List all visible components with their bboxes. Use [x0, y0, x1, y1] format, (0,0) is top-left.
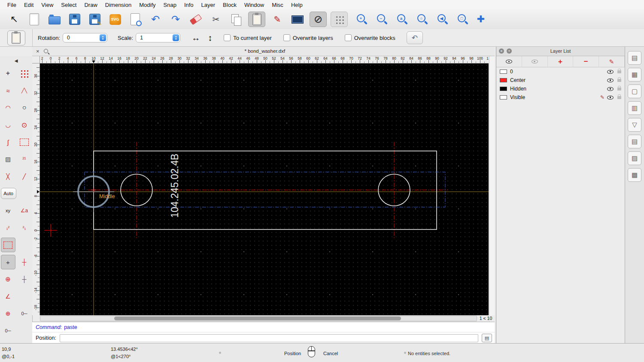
- cut-icon[interactable]: ✂: [208, 12, 224, 27]
- draw-circle-tool[interactable]: ○: [17, 100, 32, 115]
- menu-item-snap[interactable]: Snap: [160, 2, 180, 8]
- modify-stretch-tool[interactable]: ╱: [17, 169, 32, 184]
- stepper-icon[interactable]: [100, 34, 106, 41]
- edit-layer-button[interactable]: ✎: [599, 56, 625, 67]
- horizontal-scrollbar[interactable]: [40, 316, 477, 321]
- save-file-icon[interactable]: [67, 12, 83, 27]
- menu-item-modify[interactable]: Modify: [135, 2, 159, 8]
- properties-dock-icon[interactable]: ▤: [628, 51, 641, 65]
- draw-polyline-tool[interactable]: ╱╲: [17, 83, 32, 98]
- select-area-tool[interactable]: [17, 135, 32, 149]
- layer-row-center[interactable]: Center: [496, 76, 625, 84]
- export-svg-icon[interactable]: SVG: [107, 12, 123, 27]
- snap-middle-tool[interactable]: [1, 238, 15, 252]
- zoom-auto-icon[interactable]: a: [392, 12, 408, 27]
- draw-arc-tangent-tool[interactable]: ◡: [1, 118, 15, 132]
- zoom-redraw-icon[interactable]: ○: [412, 12, 428, 27]
- snap-distance-tool[interactable]: ⊕: [1, 306, 15, 321]
- draw-points-grid-tool[interactable]: [17, 66, 32, 81]
- draw-point-tool[interactable]: +: [1, 66, 15, 81]
- snap-auto-button[interactable]: Auto: [1, 188, 16, 199]
- flip-vertical-icon[interactable]: ↕: [208, 33, 212, 42]
- undo-icon[interactable]: ↶: [147, 12, 164, 27]
- grid-toggle-icon[interactable]: [331, 12, 348, 27]
- position-input[interactable]: [60, 334, 478, 342]
- hide-all-layers-button[interactable]: [522, 56, 548, 67]
- draw-arc-tool[interactable]: ◠: [1, 100, 15, 115]
- save-as-icon[interactable]: ✎: [87, 12, 103, 27]
- palette-collapse-icon[interactable]: ◀: [0, 56, 32, 65]
- layer-visibility-icon[interactable]: [607, 69, 614, 74]
- draw-hatch-tool[interactable]: ▨: [1, 152, 15, 166]
- show-all-layers-button[interactable]: [496, 56, 522, 67]
- menu-item-misc[interactable]: Misc: [268, 2, 287, 8]
- drawing-canvas[interactable]: 104.245.02.4B Middle: [40, 63, 489, 315]
- scale-combo[interactable]: 1: [136, 33, 180, 42]
- select-window-icon[interactable]: [289, 12, 306, 27]
- checkbox-overwrite-layers[interactable]: Overwrite layers: [283, 34, 333, 41]
- remove-layer-button[interactable]: −: [573, 56, 599, 67]
- layer-visibility-icon[interactable]: [607, 95, 614, 100]
- panel-detach-icon[interactable]: +: [507, 48, 512, 54]
- layer-row-visible[interactable]: Visible✎: [496, 93, 625, 102]
- paste-icon[interactable]: [248, 12, 265, 27]
- layer-lock-icon[interactable]: [617, 70, 621, 73]
- snap-sequence-1-tool[interactable]: ₁²: [1, 220, 15, 235]
- checkbox-overwrite-blocks[interactable]: Overwrite blocks: [345, 34, 395, 41]
- restrict-angle-tool[interactable]: ∠: [1, 289, 15, 304]
- checkbox-icon[interactable]: [283, 34, 290, 41]
- set-relative-zero-tool[interactable]: 0─: [17, 306, 32, 321]
- draw-spline-tool[interactable]: ≈: [1, 83, 15, 98]
- snap-center-tool[interactable]: ⊕: [1, 272, 15, 287]
- layer-lock-icon[interactable]: [617, 79, 621, 82]
- deselect-all-icon[interactable]: ⊘: [310, 12, 327, 27]
- zoom-in-icon[interactable]: +: [352, 12, 368, 27]
- zoom-out-icon[interactable]: −: [372, 12, 388, 27]
- rotation-combo[interactable]: 0: [63, 33, 107, 42]
- print-preview-icon[interactable]: [127, 12, 143, 27]
- stepper-icon[interactable]: [173, 34, 179, 41]
- menu-item-layer[interactable]: Layer: [197, 2, 219, 8]
- menu-item-block[interactable]: Block: [219, 2, 240, 8]
- horizontal-scrollbar-thumb[interactable]: [114, 317, 401, 320]
- lock-relative-zero-tool[interactable]: 0─: [1, 323, 15, 338]
- snap-endpoint-tool[interactable]: ┼: [17, 255, 32, 269]
- snap-intersection-tool[interactable]: ┼: [17, 272, 32, 287]
- zoom-previous-icon[interactable]: ◀: [432, 12, 449, 27]
- layer-row-0[interactable]: 0: [496, 67, 625, 76]
- pen-attributes-icon[interactable]: ✎: [269, 12, 286, 27]
- draw-circle-center-tool[interactable]: ⊙: [17, 118, 32, 132]
- menu-item-view[interactable]: View: [37, 2, 57, 8]
- tab-close-icon[interactable]: ×: [36, 48, 39, 54]
- command-panel-button[interactable]: ▤: [482, 334, 492, 342]
- menu-item-draw[interactable]: Draw: [80, 2, 101, 8]
- open-file-icon[interactable]: [46, 12, 63, 27]
- menu-item-select[interactable]: Select: [57, 2, 80, 8]
- command-dock-icon[interactable]: ▥: [628, 101, 641, 115]
- block-list-dock-icon[interactable]: ▦: [628, 68, 641, 81]
- flip-horizontal-icon[interactable]: ↔: [191, 33, 200, 42]
- layer-visibility-icon[interactable]: [607, 78, 614, 83]
- remove-entity-icon[interactable]: [188, 12, 204, 27]
- layer-row-hidden[interactable]: Hidden: [496, 84, 625, 93]
- menu-item-file[interactable]: File: [3, 2, 20, 8]
- add-layer-button[interactable]: +: [548, 56, 574, 67]
- options-undo-button[interactable]: ↶: [407, 31, 423, 44]
- checkbox-icon[interactable]: [345, 34, 352, 41]
- layer-lock-icon[interactable]: [617, 87, 621, 90]
- menu-item-dimension[interactable]: Dimension: [101, 2, 135, 8]
- snap-grid-tool[interactable]: +: [1, 255, 15, 269]
- layer-list-dock-icon[interactable]: ▢: [628, 84, 641, 98]
- layer-visibility-icon[interactable]: [607, 87, 614, 91]
- new-file-icon[interactable]: [26, 12, 43, 27]
- redo-icon[interactable]: ↷: [167, 12, 184, 27]
- draw-freehand-tool[interactable]: ∫: [1, 135, 15, 149]
- copy-icon[interactable]: [228, 12, 244, 27]
- menu-item-edit[interactable]: Edit: [20, 2, 37, 8]
- pointer-tool-icon[interactable]: ↖: [6, 12, 22, 27]
- menu-item-help[interactable]: Help: [287, 2, 307, 8]
- menu-item-info[interactable]: Info: [180, 2, 197, 8]
- matrix-dock-icon[interactable]: ▨: [628, 151, 641, 165]
- checkbox-icon[interactable]: [224, 34, 231, 41]
- panel-close-icon[interactable]: ×: [499, 48, 504, 54]
